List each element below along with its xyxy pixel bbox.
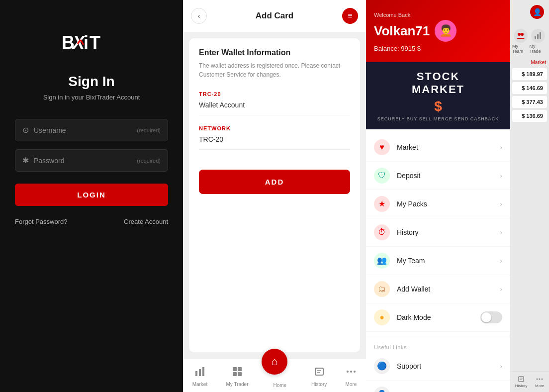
footer-market-label: Market (192, 382, 208, 387)
svg-rect-20 (535, 36, 536, 39)
right-more-item[interactable]: More (535, 376, 544, 388)
menu-items-list: ♥ Market › 🛡 Deposit › ★ My Packs › (366, 129, 510, 392)
menu-panel: 👤 My Team My Trade Market $ 189.97 $ 146… (366, 0, 549, 392)
menu-item-deposit[interactable]: 🛡 Deposit › (366, 162, 510, 190)
support-menu-label: Support (397, 362, 493, 370)
addcard-body: Enter Wallet Information The wallet addr… (189, 38, 360, 352)
addcard-header: ‹ Add Card ≡ (183, 0, 366, 32)
svg-rect-22 (540, 32, 541, 39)
deposit-menu-icon: 🛡 (374, 168, 390, 184)
stock-title: STOCKMARKET (374, 70, 502, 97)
history-menu-icon: ⏱ (374, 224, 390, 240)
signin-subtitle: Sign in in your BixiTrader Account (43, 94, 140, 101)
footer-more[interactable]: More (346, 366, 357, 387)
wallet-info-title: Enter Wallet Information (199, 48, 350, 57)
stock-subtitle: SECURELY BUY SELL MERGE SEND CASHBACK (374, 116, 502, 121)
menu-item-mypacks[interactable]: ★ My Packs › (366, 190, 510, 218)
menu-item-history[interactable]: ⏱ History › (366, 218, 510, 247)
trc20-label: TRC-20 (199, 91, 350, 97)
svg-rect-21 (537, 34, 539, 39)
back-button[interactable]: ‹ (191, 8, 207, 24)
network-value: TRC-20 (199, 135, 350, 150)
hamburger-menu-button[interactable]: ≡ (342, 8, 358, 24)
footer-home-spacer: ⌂ Home (267, 365, 293, 388)
svg-rect-9 (238, 367, 242, 371)
menu-divider (366, 336, 510, 336)
addcard-title: Add Card (256, 11, 294, 21)
login-button[interactable]: LOGIN (15, 184, 168, 206)
svg-rect-8 (233, 367, 237, 371)
footer-mytrader[interactable]: My Trader (226, 366, 249, 387)
menu-item-support[interactable]: 🔵 Support › (366, 352, 510, 381)
menu-item-addwallet[interactable]: 🗂 Add Wallet › (366, 275, 510, 303)
history-arrow-icon: › (500, 228, 502, 236)
deposit-arrow-icon: › (500, 172, 502, 180)
username-input[interactable] (34, 126, 132, 134)
user-icon: ⊙ (22, 125, 29, 135)
svg-point-18 (518, 33, 521, 36)
mypacks-arrow-icon: › (500, 200, 502, 208)
history-icon (314, 366, 325, 380)
history-menu-label: History (397, 228, 493, 236)
mytrader-icon (232, 366, 243, 380)
svg-rect-23 (519, 377, 524, 382)
wallet-account-value: Wallet Account (199, 101, 350, 115)
right-market-label: Market (510, 58, 549, 67)
menu-right-sidebar: 👤 My Team My Trade Market $ 189.97 $ 146… (510, 0, 549, 392)
market-menu-icon: ♥ (374, 139, 390, 155)
menu-item-myteam[interactable]: 👥 My Team › (366, 247, 510, 275)
mypacks-menu-icon: ★ (374, 196, 390, 212)
mytrade-icon (531, 29, 545, 43)
forgot-password-link[interactable]: Forgot Password? (15, 218, 68, 225)
stock-dollar-icon: $ (374, 98, 502, 114)
menu-item-account[interactable]: 👤 Account › (366, 381, 510, 392)
create-account-link[interactable]: Create Account (124, 218, 168, 225)
addcard-panel: ‹ Add Card ≡ Enter Wallet Information Th… (183, 0, 366, 392)
more-icon (346, 366, 357, 380)
signin-title: Sign In (68, 74, 114, 90)
menu-item-market[interactable]: ♥ Market › (366, 133, 510, 162)
footer-market[interactable]: Market (192, 366, 208, 387)
addwallet-menu-icon: 🗂 (374, 281, 390, 297)
footer-history[interactable]: History (311, 366, 327, 387)
svg-rect-7 (202, 367, 204, 376)
darkmode-menu-icon: ● (374, 309, 390, 325)
menu-username: Volkan71 🧑‍🦱 (374, 20, 502, 42)
signin-links: Forgot Password? Create Account (15, 218, 168, 225)
footer-home-label: Home (267, 383, 293, 388)
wallet-info-desc: The wallet address is registered once. P… (199, 61, 350, 79)
svg-rect-12 (315, 368, 323, 375)
menu-drawer: Welcome Back Volkan71 🧑‍🦱 Balance: 9915 … (366, 0, 510, 392)
user-avatar: 🧑‍🦱 (435, 20, 457, 42)
support-arrow-icon: › (500, 362, 502, 370)
right-history-item[interactable]: History (515, 376, 528, 388)
right-footer-row: History More (510, 371, 549, 392)
svg-point-26 (537, 379, 538, 380)
add-button[interactable]: ADD (199, 170, 350, 194)
useful-links-label: Useful Links (366, 340, 510, 352)
myteam-menu-label: My Team (397, 257, 493, 265)
logo-area: B X iT (62, 30, 121, 54)
menu-item-darkmode[interactable]: ● Dark Mode (366, 303, 510, 332)
password-input[interactable] (34, 157, 132, 165)
market-menu-label: Market (397, 143, 493, 151)
logo: B X iT (62, 30, 121, 54)
menu-stock-banner: STOCKMARKET $ SECURELY BUY SELL MERGE SE… (366, 62, 510, 129)
right-nav-row: My Team My Trade (510, 25, 549, 58)
svg-point-17 (354, 371, 356, 373)
addwallet-menu-label: Add Wallet (397, 285, 493, 293)
signin-panel: B X iT Sign In Sign in in your BixiTrade… (0, 0, 183, 392)
account-icon-button[interactable]: 👤 (530, 5, 544, 19)
right-myteam: My Team (512, 29, 529, 54)
footer-home-button[interactable]: ⌂ (262, 349, 287, 375)
darkmode-toggle[interactable] (480, 311, 502, 323)
addcard-footer: Market My Trader ⌂ Home History (183, 358, 366, 392)
svg-point-27 (539, 379, 541, 380)
username-field-group[interactable]: ⊙ (required) (15, 119, 168, 141)
svg-text:iT: iT (84, 32, 101, 53)
myteam-arrow-icon: › (500, 257, 502, 265)
right-price-1: $ 189.97 (512, 68, 547, 80)
password-field-group[interactable]: ✱ (required) (15, 149, 168, 172)
user-circle-icon: 👤 (533, 8, 542, 16)
svg-rect-6 (199, 369, 201, 376)
